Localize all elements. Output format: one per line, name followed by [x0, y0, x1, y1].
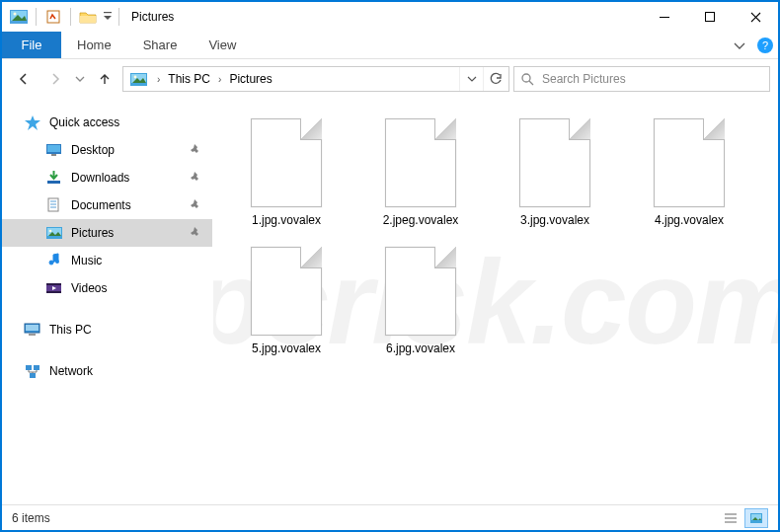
- minimize-button[interactable]: [642, 2, 687, 32]
- svg-rect-18: [51, 154, 56, 156]
- svg-marker-15: [25, 115, 40, 130]
- file-icon: [519, 118, 590, 207]
- file-icon: [385, 118, 456, 207]
- up-button[interactable]: [91, 65, 118, 93]
- file-item[interactable]: 2.jpeg.vovalex: [353, 114, 488, 231]
- file-name: 2.jpeg.vovalex: [379, 213, 463, 227]
- file-item[interactable]: 6.jpg.vovalex: [353, 243, 488, 359]
- sidebar-item-pictures[interactable]: Pictures: [2, 219, 212, 247]
- details-view-button[interactable]: [719, 508, 742, 528]
- separator: [36, 8, 37, 26]
- breadcrumb-pictures[interactable]: Pictures: [225, 67, 275, 91]
- svg-rect-34: [26, 325, 39, 331]
- music-icon: [45, 253, 63, 268]
- computer-icon: [24, 322, 41, 338]
- file-view[interactable]: pcrisk.com 1.jpg.vovalex2.jpeg.vovalex3.…: [213, 99, 778, 504]
- sidebar-item-music[interactable]: Music: [2, 247, 212, 274]
- back-button[interactable]: [10, 65, 38, 93]
- sidebar-item-documents[interactable]: Documents: [2, 191, 212, 219]
- pin-icon: [189, 226, 200, 241]
- sidebar-item-label: Documents: [71, 198, 131, 212]
- search-icon: [520, 72, 534, 86]
- svg-rect-35: [29, 334, 36, 336]
- file-name: 5.jpg.vovalex: [248, 342, 325, 355]
- qat-dropdown-icon[interactable]: [101, 6, 115, 28]
- sidebar-item-label: Network: [49, 364, 93, 378]
- file-item[interactable]: 3.jpg.vovalex: [488, 114, 622, 231]
- sidebar-item-label: Quick access: [49, 115, 119, 129]
- sidebar-item-label: This PC: [49, 323, 92, 337]
- tab-view[interactable]: View: [193, 32, 252, 58]
- sidebar-network[interactable]: Network: [2, 357, 212, 385]
- refresh-button[interactable]: [483, 67, 507, 91]
- star-icon: [24, 114, 41, 130]
- tab-home[interactable]: Home: [61, 32, 127, 58]
- separator: [118, 8, 119, 26]
- file-item[interactable]: 5.jpg.vovalex: [219, 243, 353, 359]
- sidebar-item-downloads[interactable]: Downloads: [2, 164, 212, 191]
- title-bar: Pictures: [2, 2, 778, 32]
- sidebar-item-label: Videos: [71, 281, 107, 295]
- sidebar-this-pc[interactable]: This PC: [2, 316, 212, 343]
- search-box[interactable]: [513, 66, 770, 92]
- sidebar-quick-access[interactable]: Quick access: [2, 109, 212, 136]
- folder-qat-icon[interactable]: [77, 6, 99, 28]
- app-icon: [8, 6, 30, 28]
- pin-icon: [189, 171, 200, 186]
- svg-point-26: [49, 230, 52, 233]
- file-name: 6.jpg.vovalex: [382, 342, 459, 355]
- pin-icon: [189, 198, 200, 213]
- svg-rect-37: [34, 365, 39, 370]
- separator: [70, 8, 71, 26]
- pin-icon: [189, 143, 200, 158]
- close-button[interactable]: [733, 2, 778, 32]
- large-icons-view-button[interactable]: [744, 508, 768, 528]
- ribbon: File Home Share View ?: [2, 32, 778, 59]
- file-icon: [654, 118, 725, 207]
- navigation-bar: › This PC › Pictures: [2, 59, 778, 99]
- pictures-icon: [45, 225, 63, 241]
- sidebar-item-label: Music: [71, 254, 102, 267]
- svg-rect-5: [80, 16, 96, 23]
- properties-icon[interactable]: [42, 6, 64, 28]
- svg-rect-38: [30, 373, 36, 378]
- forward-button[interactable]: [41, 65, 69, 93]
- file-icon: [385, 247, 456, 336]
- chevron-right-icon[interactable]: ›: [214, 74, 225, 85]
- item-count: 6 items: [12, 511, 50, 525]
- chevron-right-icon[interactable]: ›: [153, 74, 164, 85]
- file-name: 1.jpg.vovalex: [248, 213, 325, 227]
- recent-locations-button[interactable]: [73, 65, 87, 93]
- address-bar[interactable]: › This PC › Pictures: [122, 66, 509, 92]
- file-grid: 1.jpg.vovalex2.jpeg.vovalex3.jpg.vovalex…: [213, 99, 778, 375]
- svg-rect-6: [104, 12, 112, 13]
- sidebar-item-desktop[interactable]: Desktop: [2, 136, 212, 164]
- file-item[interactable]: 1.jpg.vovalex: [219, 114, 353, 231]
- svg-rect-8: [706, 13, 715, 22]
- file-icon: [251, 118, 322, 207]
- file-tab[interactable]: File: [2, 32, 61, 58]
- location-icon: [129, 71, 149, 87]
- search-input[interactable]: [542, 68, 763, 90]
- network-icon: [24, 363, 41, 379]
- help-button[interactable]: ?: [752, 32, 778, 58]
- file-name: 3.jpg.vovalex: [516, 213, 593, 227]
- breadcrumb-this-pc[interactable]: This PC: [164, 67, 214, 91]
- body: Quick access Desktop Downloads Documents…: [2, 99, 778, 504]
- ribbon-expand-icon[interactable]: [727, 32, 752, 58]
- desktop-icon: [45, 142, 63, 158]
- navigation-pane: Quick access Desktop Downloads Documents…: [2, 99, 213, 504]
- tab-share[interactable]: Share: [127, 32, 194, 58]
- file-name: 4.jpg.vovalex: [651, 213, 728, 227]
- window-controls: [642, 2, 778, 32]
- downloads-icon: [45, 170, 63, 186]
- svg-rect-7: [660, 17, 669, 18]
- help-icon: ?: [757, 38, 773, 53]
- file-item[interactable]: 4.jpg.vovalex: [622, 114, 756, 231]
- address-dropdown-icon[interactable]: [459, 67, 483, 91]
- svg-rect-17: [47, 145, 60, 152]
- svg-rect-19: [47, 181, 60, 184]
- maximize-button[interactable]: [687, 2, 733, 32]
- svg-point-28: [55, 260, 59, 264]
- sidebar-item-videos[interactable]: Videos: [2, 274, 212, 302]
